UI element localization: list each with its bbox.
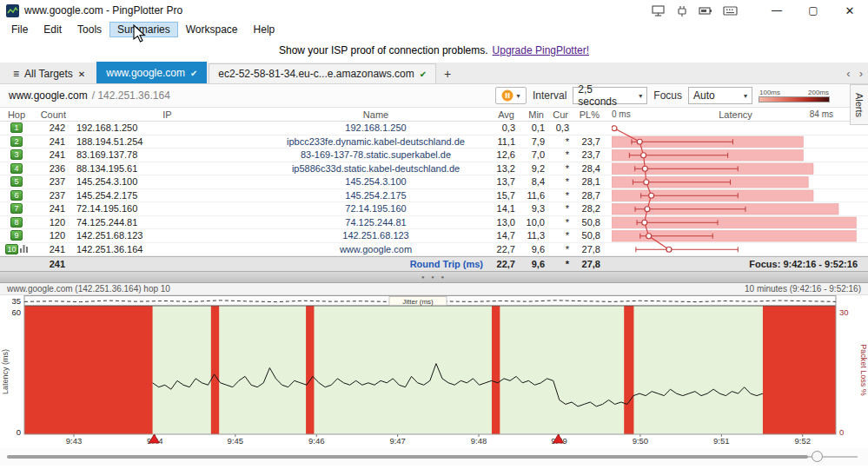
tab-all-targets[interactable]: ≡All Targets✕ <box>3 63 95 83</box>
pause-menu-caret-icon[interactable]: ▾ <box>516 92 520 100</box>
col-header-name[interactable]: Name <box>265 109 487 120</box>
title-bar[interactable]: www.google.com - PingPlotter Pro — ▢ ✕ <box>0 0 868 21</box>
tab-ec2-amazonaws[interactable]: ec2-52-58-81-34.eu-c...e.amazonaws.com✔ <box>209 63 436 83</box>
pl-cell: 28,2 <box>572 203 603 214</box>
count-cell: 241 <box>33 149 70 160</box>
target-host: www.google.com <box>9 89 88 102</box>
min-cell: 9,2 <box>518 163 547 174</box>
tab-www-google-com[interactable]: www.google.com✔ <box>96 62 207 83</box>
ip-cell: 188.194.51.254 <box>70 136 265 147</box>
latency-axis-max: 84 ms <box>810 108 833 122</box>
name-cell: 145.254.3.100 <box>265 176 487 187</box>
legend-100ms: 100ms <box>759 89 780 96</box>
cur-cell: 0,3 <box>547 122 572 133</box>
tab-scroll-right-icon[interactable]: › <box>859 67 863 80</box>
cur-cell: * <box>547 244 572 254</box>
hop-status-badge: 7 <box>10 203 23 214</box>
min-cell: 7,0 <box>518 149 547 160</box>
time-scrollbar[interactable] <box>0 448 868 466</box>
avg-cell: 11,1 <box>487 136 518 147</box>
trace-table-body: 1242192.168.1.250192.168.1.2500,30,10,32… <box>0 122 868 256</box>
target-ip: / 142.251.36.164 <box>92 89 170 102</box>
menu-item-help[interactable]: Help <box>246 22 283 37</box>
timeline-header: www.google.com (142.251.36.164) hop 10 1… <box>0 283 868 295</box>
min-cell: 9,3 <box>518 203 547 214</box>
keyboard-icon[interactable] <box>723 6 738 16</box>
plug-icon[interactable] <box>676 5 688 17</box>
col-header-hop[interactable]: Hop <box>0 109 33 120</box>
upgrade-link[interactable]: Upgrade PingPlotter! <box>493 44 589 56</box>
col-header-cur[interactable]: Cur <box>547 109 572 120</box>
name-cell: 83-169-137-78.static.superkabel.de <box>265 149 487 160</box>
target-tab-bar: ≡All Targets✕www.google.com✔ec2-52-58-81… <box>0 63 868 84</box>
display-icon[interactable] <box>652 5 666 17</box>
latency-axis-title: Latency <box>719 109 752 120</box>
avg-cell: 14,1 <box>487 203 518 214</box>
tab-scroll-left-icon[interactable]: ‹ <box>846 67 850 80</box>
hop-number-cell: 7 <box>0 203 33 214</box>
col-header-ip[interactable]: IP <box>70 109 265 120</box>
tab-label: ec2-52-58-81-34.eu-c...e.amazonaws.com <box>218 68 414 80</box>
hop-number-cell: 8 <box>0 217 33 228</box>
avg-cell: 12,6 <box>487 149 518 160</box>
cur-cell: * <box>547 217 572 228</box>
timeline-graph[interactable]: Jitter (ms)9:439:449:459:469:479:489:499… <box>0 295 868 448</box>
menu-item-summaries[interactable]: Summaries <box>109 22 178 37</box>
cur-cell: * <box>547 136 572 147</box>
banner-text: Show your ISP proof of connection proble… <box>279 44 488 56</box>
titlebar-tool-icons <box>652 5 738 17</box>
scrollbar-thumb[interactable] <box>7 455 808 459</box>
ip-cell: 145.254.2.175 <box>70 190 265 201</box>
avg-cell: 15,7 <box>487 190 518 201</box>
hop-number-cell: 5 <box>0 176 33 187</box>
splitter-grip-icon: ● ● ● <box>421 274 447 280</box>
check-icon: ✔ <box>420 69 427 79</box>
svg-text:Latency (ms): Latency (ms) <box>1 349 10 394</box>
latency-axis-min: 0 ms <box>612 108 631 122</box>
col-header-min[interactable]: Min <box>518 109 547 120</box>
pause-button[interactable]: ▾ <box>495 87 527 104</box>
col-header-latency[interactable]: 0 ms Latency 84 ms <box>603 108 868 122</box>
hop-status-badge: 6 <box>10 190 23 201</box>
summary-cur: * <box>547 259 572 269</box>
hop-number-cell: 4 <box>0 163 33 174</box>
ip-cell: 192.168.1.250 <box>70 122 265 133</box>
pane-splitter[interactable]: ● ● ● <box>0 271 868 283</box>
avg-cell: 13,0 <box>487 217 518 228</box>
new-tab-button[interactable]: + <box>438 63 457 83</box>
svg-text:9:47: 9:47 <box>389 436 406 446</box>
scrollbar-knob[interactable] <box>812 451 823 462</box>
pl-cell: 28,4 <box>572 163 603 174</box>
hop-number-cell: 10 <box>0 244 33 254</box>
interval-label: Interval <box>533 89 567 102</box>
alerts-side-tab[interactable]: Alerts <box>850 84 868 125</box>
menu-item-file[interactable]: File <box>3 22 36 37</box>
menu-item-edit[interactable]: Edit <box>36 22 70 37</box>
minimize-button[interactable]: — <box>759 0 795 21</box>
col-header-pl[interactable]: PL% <box>572 109 603 120</box>
count-cell: 242 <box>33 122 70 133</box>
legend-gradient-bar <box>759 96 830 102</box>
svg-text:9:46: 9:46 <box>308 436 325 446</box>
interval-dropdown[interactable]: 2,5 seconds ▾ <box>573 87 647 104</box>
avg-cell: 0,3 <box>487 122 518 133</box>
menu-item-workspace[interactable]: Workspace <box>178 22 246 37</box>
avg-cell: 13,2 <box>487 163 518 174</box>
focus-dropdown[interactable]: Auto ▾ <box>688 87 752 104</box>
hop-status-badge: 4 <box>10 163 23 174</box>
hop-status-badge: 5 <box>10 176 23 187</box>
col-header-avg[interactable]: Avg <box>487 109 518 120</box>
round-trip-summary-row: 241 Round Trip (ms) 22,7 9,6 * 27,8 Focu… <box>0 256 868 271</box>
count-cell: 237 <box>33 176 70 187</box>
cur-cell: * <box>547 230 572 241</box>
col-header-count[interactable]: Count <box>33 109 70 120</box>
menu-item-tools[interactable]: Tools <box>70 22 109 37</box>
name-cell: 142.251.68.123 <box>265 230 487 241</box>
close-tab-icon[interactable]: ✕ <box>78 69 85 79</box>
hamburger-icon: ≡ <box>13 68 19 80</box>
close-button[interactable]: ✕ <box>832 0 868 21</box>
battery-icon[interactable] <box>699 6 712 16</box>
hop-status-badge: 8 <box>10 217 23 228</box>
summary-avg: 22,7 <box>487 259 518 269</box>
maximize-button[interactable]: ▢ <box>795 0 832 21</box>
